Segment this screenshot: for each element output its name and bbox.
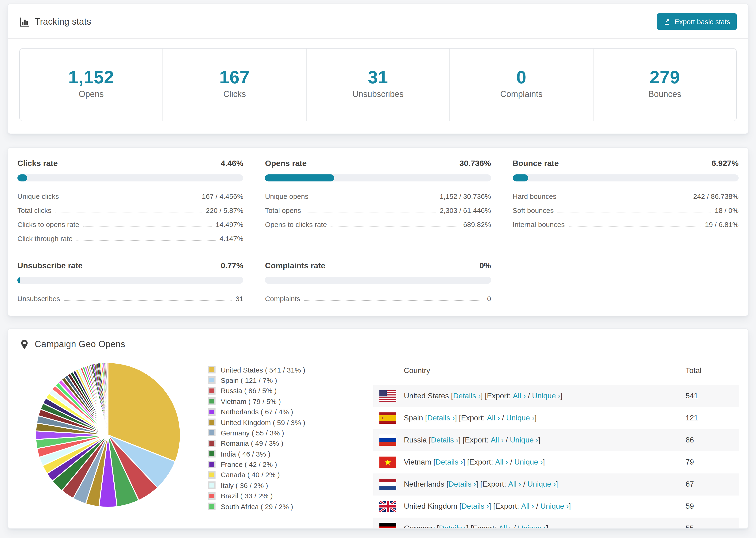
legend-item-india: India ( 46 / 3% ) xyxy=(208,449,373,459)
export-all-link-united-kingdom[interactable]: All › xyxy=(521,502,534,511)
rate-progress-bar xyxy=(265,277,491,284)
details-link-united-kingdom[interactable]: Details › xyxy=(461,502,489,511)
legend-label: Italy ( 36 / 2% ) xyxy=(221,481,268,489)
rate-title: Unsubscribe rate xyxy=(17,261,82,271)
details-link-netherlands[interactable]: Details › xyxy=(449,480,476,489)
rate-detail-row-soft-bounces: Soft bounces18 / 0% xyxy=(513,203,739,217)
country-cell: Germany [Details ›] [Export: All › / Uni… xyxy=(373,523,685,529)
export-all-link-vietnam[interactable]: All › xyxy=(495,458,508,467)
rate-section-complaints-rate: Complaints rate0%Complaints0 xyxy=(265,261,491,305)
row-text: / xyxy=(512,524,518,529)
legend-item-germany: Germany ( 55 / 3% ) xyxy=(208,427,373,438)
stat-box-unsubscribes: 31Unsubscribes xyxy=(307,49,450,121)
export-unique-link-netherlands[interactable]: Unique › xyxy=(527,480,556,489)
netherlands-flag-icon xyxy=(379,479,396,490)
legend-label: India ( 46 / 3% ) xyxy=(221,450,270,458)
row-text: [ xyxy=(431,458,436,467)
export-all-link-russia[interactable]: All › xyxy=(491,436,504,445)
legend-item-italy: Italy ( 36 / 2% ) xyxy=(208,480,373,491)
rate-detail-rows: Unique opens1,152 / 30.736%Total opens2,… xyxy=(265,189,491,231)
rate-progress-bar xyxy=(17,174,243,182)
rate-detail-row-unsubscribes: Unsubscribes31 xyxy=(17,291,243,305)
details-link-vietnam[interactable]: Details › xyxy=(436,458,463,467)
rate-progress-fill xyxy=(513,174,528,182)
dotted-leader xyxy=(568,226,701,227)
row-text: [ xyxy=(449,392,453,401)
rate-section-opens-rate: Opens rate30.736%Unique opens1,152 / 30.… xyxy=(265,159,491,245)
legend-swatch xyxy=(208,398,216,405)
legend-label: Brazil ( 33 / 2% ) xyxy=(221,492,273,500)
detail-label: Clicks to opens rate xyxy=(17,220,79,228)
export-unique-link-united-states[interactable]: Unique › xyxy=(532,392,561,401)
dotted-leader xyxy=(83,226,212,227)
detail-label: Click through rate xyxy=(17,235,73,242)
table-row-netherlands: Netherlands [Details ›] [Export: All › /… xyxy=(373,473,739,496)
table-row-united-states: United States [Details ›] [Export: All ›… xyxy=(373,385,739,407)
country-name: Germany xyxy=(404,524,435,529)
country-name: United States xyxy=(404,392,449,401)
total-cell: 79 xyxy=(685,458,739,467)
export-all-link-germany[interactable]: All › xyxy=(499,524,512,529)
detail-value: 14.497% xyxy=(216,220,243,228)
legend-swatch xyxy=(208,503,216,510)
stat-box-opens: 1,152Opens xyxy=(20,49,163,121)
row-text: ] xyxy=(561,392,563,401)
rate-detail-row-hard-bounces: Hard bounces242 / 86.738% xyxy=(513,189,739,203)
rate-value: 4.46% xyxy=(221,159,243,168)
map-pin-icon xyxy=(19,339,29,350)
legend-swatch xyxy=(208,460,216,468)
export-unique-link-spain[interactable]: Unique › xyxy=(506,414,535,422)
row-text: ] xyxy=(556,480,558,489)
tracking-stats-title: Tracking stats xyxy=(35,17,91,27)
total-cell: 59 xyxy=(685,502,739,511)
dotted-leader xyxy=(63,198,198,198)
row-text: / xyxy=(504,436,510,445)
country-name: Russia xyxy=(404,436,427,445)
row-text: / xyxy=(526,392,532,401)
stat-value: 279 xyxy=(593,68,736,87)
detail-value: 31 xyxy=(236,295,243,302)
details-link-russia[interactable]: Details › xyxy=(431,436,459,445)
legend-item-spain: Spain ( 121 / 7% ) xyxy=(208,375,373,386)
legend-label: Vietnam ( 79 / 5% ) xyxy=(221,398,281,405)
rate-detail-row-total-opens: Total opens2,303 / 61.446% xyxy=(265,203,491,217)
legend-label: Germany ( 55 / 3% ) xyxy=(221,429,284,437)
rate-detail-row-internal-bounces: Internal bounces19 / 6.81% xyxy=(513,217,739,231)
rates-grid: Clicks rate4.46%Unique clicks167 / 4.456… xyxy=(17,159,739,305)
dotted-leader xyxy=(55,212,202,212)
detail-value: 0 xyxy=(487,295,491,302)
total-cell: 86 xyxy=(685,436,739,445)
header-divider xyxy=(8,38,748,39)
legend-label: Netherlands ( 67 / 4% ) xyxy=(221,408,293,416)
export-unique-link-united-kingdom[interactable]: Unique › xyxy=(540,502,569,511)
export-all-link-united-states[interactable]: All › xyxy=(513,392,526,401)
stat-value: 1,152 xyxy=(20,68,163,87)
export-unique-link-vietnam[interactable]: Unique › xyxy=(514,458,543,467)
vietnam-flag-icon xyxy=(379,457,396,468)
detail-value: 2,303 / 61.446% xyxy=(440,206,491,214)
export-unique-link-germany[interactable]: Unique › xyxy=(518,524,546,529)
stat-label: Complaints xyxy=(450,89,593,99)
export-all-link-netherlands[interactable]: All › xyxy=(508,480,521,489)
rate-value: 6.927% xyxy=(712,159,739,168)
detail-label: Soft bounces xyxy=(513,206,554,214)
legend-label: United States ( 541 / 31% ) xyxy=(221,366,305,374)
united-kingdom-flag-icon xyxy=(379,501,396,512)
details-link-spain[interactable]: Details › xyxy=(427,414,455,422)
legend-item-canada: Canada ( 40 / 2% ) xyxy=(208,470,373,480)
export-unique-link-russia[interactable]: Unique › xyxy=(510,436,538,445)
details-link-germany[interactable]: Details › xyxy=(439,524,466,529)
geo-header: Campaign Geo Opens xyxy=(8,329,748,355)
legend-swatch xyxy=(208,408,216,415)
row-text: ] [Export: xyxy=(489,502,521,511)
export-basic-stats-button[interactable]: Export basic stats xyxy=(657,13,737,30)
dotted-leader xyxy=(331,226,459,227)
export-all-link-spain[interactable]: All › xyxy=(487,414,500,422)
details-link-united-states[interactable]: Details › xyxy=(453,392,481,401)
rate-section-unsubscribe-rate: Unsubscribe rate0.77%Unsubscribes31 xyxy=(17,261,243,305)
total-cell: 541 xyxy=(685,392,739,401)
row-text: / xyxy=(508,458,514,467)
detail-label: Opens to clicks rate xyxy=(265,220,327,228)
dotted-leader xyxy=(64,300,232,301)
country-name: Vietnam xyxy=(404,458,431,467)
